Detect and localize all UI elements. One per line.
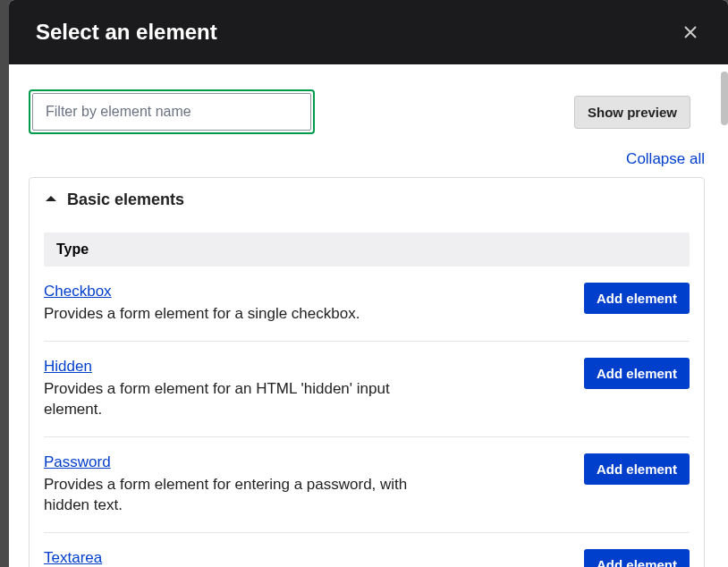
element-row: Hidden Provides a form element for an HT… bbox=[44, 342, 690, 437]
element-desc: Provides a form element for an HTML 'hid… bbox=[44, 379, 437, 420]
element-desc: Provides a form element for entering a p… bbox=[44, 475, 437, 516]
chevron-up-icon bbox=[44, 191, 58, 209]
element-info: Checkbox Provides a form element for a s… bbox=[44, 283, 360, 325]
filter-action-row: Show preview bbox=[29, 89, 705, 134]
element-info: Password Provides a form element for ent… bbox=[44, 453, 437, 516]
panel-title: Basic elements bbox=[67, 190, 184, 209]
modal-body: Show preview Collapse all Basic elements… bbox=[9, 64, 728, 567]
add-element-button[interactable]: Add element bbox=[584, 358, 690, 389]
close-icon bbox=[683, 25, 698, 39]
panel-body: Type Checkbox Provides a form element fo… bbox=[30, 222, 704, 567]
element-link-textarea[interactable]: Textarea bbox=[44, 549, 102, 567]
basic-elements-panel: Basic elements Type Checkbox Provides a … bbox=[29, 177, 705, 567]
element-link-hidden[interactable]: Hidden bbox=[44, 358, 92, 376]
scrollbar-thumb[interactable] bbox=[721, 72, 728, 125]
collapse-row: Collapse all bbox=[29, 150, 705, 168]
element-row: Textarea Add element bbox=[44, 533, 690, 567]
element-info: Hidden Provides a form element for an HT… bbox=[44, 358, 437, 420]
element-info: Textarea bbox=[44, 549, 102, 567]
close-button[interactable] bbox=[680, 21, 701, 43]
modal-title: Select an element bbox=[36, 20, 217, 45]
element-link-checkbox[interactable]: Checkbox bbox=[44, 283, 112, 300]
element-link-password[interactable]: Password bbox=[44, 453, 111, 471]
select-element-modal: Select an element Show preview Collapse … bbox=[9, 0, 728, 567]
add-element-button[interactable]: Add element bbox=[584, 453, 690, 485]
element-desc: Provides a form element for a single che… bbox=[44, 304, 360, 325]
element-row: Password Provides a form element for ent… bbox=[44, 437, 690, 533]
element-row: Checkbox Provides a form element for a s… bbox=[44, 267, 690, 342]
filter-input[interactable] bbox=[32, 93, 311, 131]
filter-input-wrapper bbox=[29, 89, 315, 134]
show-preview-button[interactable]: Show preview bbox=[574, 96, 690, 129]
type-column-header: Type bbox=[44, 233, 690, 267]
add-element-button[interactable]: Add element bbox=[584, 283, 690, 314]
panel-header-toggle[interactable]: Basic elements bbox=[30, 178, 704, 222]
collapse-all-link[interactable]: Collapse all bbox=[626, 150, 705, 167]
modal-header: Select an element bbox=[9, 0, 728, 64]
add-element-button[interactable]: Add element bbox=[584, 549, 690, 567]
